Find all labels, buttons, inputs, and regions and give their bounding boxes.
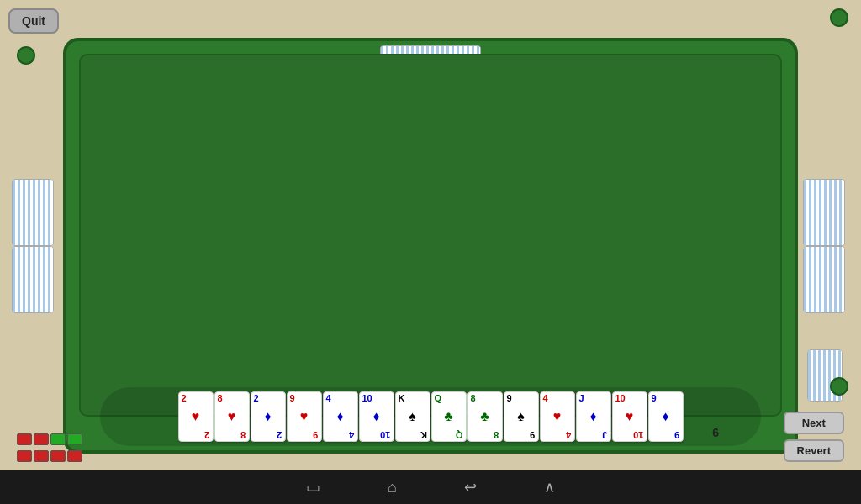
nav-menu-icon[interactable]: ∧: [544, 478, 555, 496]
indicator-dot-left: [17, 46, 35, 65]
deck-right[interactable]: [803, 179, 849, 313]
indicator-dot-right-mid: [830, 377, 848, 396]
score-bar-2: [17, 450, 82, 462]
card-9-hearts[interactable]: 9 ♥ 9: [287, 391, 322, 442]
hand-cards: 2 ♥ 2 8 ♥ 8 2 ♦ 2 9 ♥ 9: [176, 389, 686, 444]
card-9-spades[interactable]: 9 ♠ 9: [504, 391, 539, 442]
bar-seg-2-4: [67, 450, 82, 462]
hand-score: 6: [712, 426, 719, 439]
revert-button[interactable]: Revert: [784, 439, 844, 462]
card-10-diamonds[interactable]: 10 ♦ 10: [359, 391, 394, 442]
bar-seg-2-2: [34, 450, 49, 462]
card-9-diamonds[interactable]: 9 ♦ 9: [648, 391, 684, 442]
score-bar-1: [17, 433, 82, 445]
bar-seg-1-2: [34, 433, 49, 445]
nav-bar: ▭ ⌂ ↩ ∧: [0, 470, 861, 504]
next-button[interactable]: Next: [784, 412, 844, 434]
card-10-hearts[interactable]: 10 ♥ 10: [612, 391, 647, 442]
card-2-hearts[interactable]: 2 ♥ 2: [178, 391, 214, 442]
nav-back-icon[interactable]: ↩: [464, 478, 477, 496]
bar-seg-2-1: [17, 450, 32, 462]
card-q-clubs[interactable]: Q ♣ Q: [431, 391, 467, 442]
indicator-dot-right: [830, 8, 848, 27]
card-8-clubs[interactable]: 8 ♣ 8: [467, 391, 503, 442]
card-j-diamonds[interactable]: J ♦ J: [576, 391, 611, 442]
quit-button[interactable]: Quit: [8, 8, 59, 34]
nav-recent-icon[interactable]: ▭: [306, 478, 320, 496]
action-buttons: Next Revert: [784, 412, 844, 462]
score-bars: [17, 433, 82, 462]
bar-seg-2-3: [50, 450, 66, 462]
felt-table: 2 ♥ 2 8 ♥ 8 2 ♦ 2 9 ♥ 9: [63, 38, 798, 454]
deck-left[interactable]: [12, 179, 58, 313]
card-4-diamonds[interactable]: 4 ♦ 4: [323, 391, 358, 442]
bar-seg-1-3: [50, 433, 66, 445]
card-2-diamonds[interactable]: 2 ♦ 2: [251, 391, 286, 442]
bar-seg-1-4: [67, 433, 82, 445]
card-k-spades[interactable]: K ♠ K: [395, 391, 430, 442]
bar-seg-1-1: [17, 433, 32, 445]
felt-inner: [79, 54, 782, 417]
hand-tray: 2 ♥ 2 8 ♥ 8 2 ♦ 2 9 ♥ 9: [100, 387, 761, 446]
card-4-hearts[interactable]: 4 ♥ 4: [540, 391, 575, 442]
card-8-hearts[interactable]: 8 ♥ 8: [214, 391, 250, 442]
nav-home-icon[interactable]: ⌂: [388, 479, 397, 496]
